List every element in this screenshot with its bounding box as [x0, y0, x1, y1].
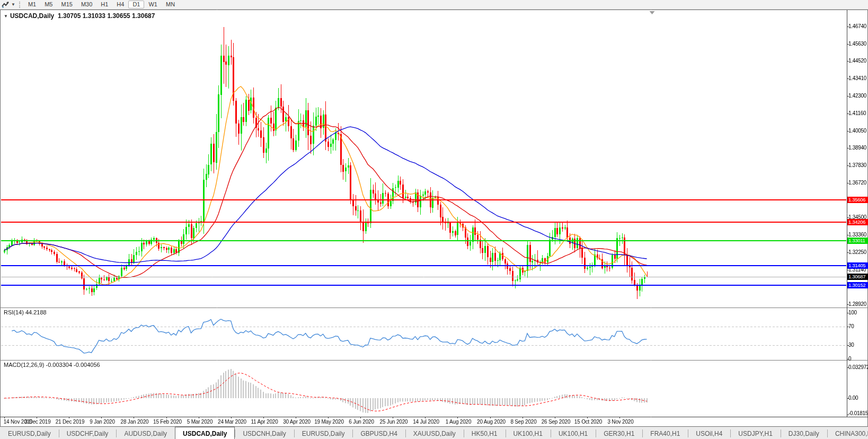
timeframe-button-m1[interactable]: M1: [24, 1, 40, 8]
timeframe-buttons: M1M5M15M30H1H4D1W1MN: [24, 1, 179, 8]
timeframe-button-d1[interactable]: D1: [128, 1, 144, 8]
chevron-down-icon[interactable]: ▼: [11, 2, 15, 7]
chart-tab-gbpusd-h4[interactable]: GBPUSD,H4: [352, 427, 405, 439]
chart-tab-uk100-h1[interactable]: UK100,H1: [551, 427, 596, 439]
timeframe-button-m5[interactable]: M5: [40, 1, 57, 8]
chart-tab-eurusd-daily[interactable]: EURUSD,Daily: [0, 427, 59, 439]
chart-canvas[interactable]: [0, 10, 868, 426]
chart-tab-ger30-h1[interactable]: GER30,H1: [596, 427, 642, 439]
mt4-workspace: { "toolbar": { "timeframes": ["M1","M5",…: [0, 0, 868, 439]
timeframe-button-h4[interactable]: H4: [112, 1, 128, 8]
chart-tab-fra40-h1[interactable]: FRA40,H1: [642, 427, 688, 439]
toolbar-grip: [19, 2, 20, 8]
chart-tab-china300-h1[interactable]: CHINA300,H1: [827, 427, 868, 439]
chart-tab-usdchf-daily[interactable]: USDCHF,Daily: [59, 427, 117, 439]
chart-tab-eurusd-daily[interactable]: EURUSD,Daily: [294, 427, 353, 439]
chart-tab-usoil-h4[interactable]: USOil,H4: [688, 427, 730, 439]
chart-tab-hk50-h1[interactable]: HK50,H1: [464, 427, 506, 439]
chart-tab-xauusd-daily[interactable]: XAUUSD,Daily: [405, 427, 464, 439]
timeframe-button-h1[interactable]: H1: [96, 1, 112, 8]
chart-tab-usdcnh-daily[interactable]: USDCNH,Daily: [235, 427, 294, 439]
chart-tabs: EURUSD,DailyUSDCHF,DailyAUDUSD,DailyUSDC…: [0, 427, 868, 439]
timeframe-button-m30[interactable]: M30: [77, 1, 96, 8]
chart-tab-uk100-h1[interactable]: UK100,H1: [506, 427, 551, 439]
charts-profile-icon[interactable]: [2, 1, 10, 8]
chart-tab-usdjpy-h1[interactable]: USDJPY,H1: [730, 427, 780, 439]
timeframe-button-mn[interactable]: MN: [162, 1, 179, 8]
chart-tab-audusd-daily[interactable]: AUDUSD,Daily: [116, 427, 175, 439]
chart-window: ▼USDCAD,Daily 1.30705 1.31033 1.30655 1.…: [0, 10, 868, 426]
chart-tab-dj30-daily[interactable]: DJ30,Daily: [781, 427, 827, 439]
timeframe-button-w1[interactable]: W1: [144, 1, 162, 8]
timeframe-toolbar: ▼ M1M5M15M30H1H4D1W1MN: [0, 0, 868, 10]
timeframe-button-m15[interactable]: M15: [57, 1, 76, 8]
chart-tabbar: EURUSD,DailyUSDCHF,DailyAUDUSD,DailyUSDC…: [0, 426, 868, 439]
chart-tab-usdcad-daily[interactable]: USDCAD,Daily: [175, 427, 235, 439]
